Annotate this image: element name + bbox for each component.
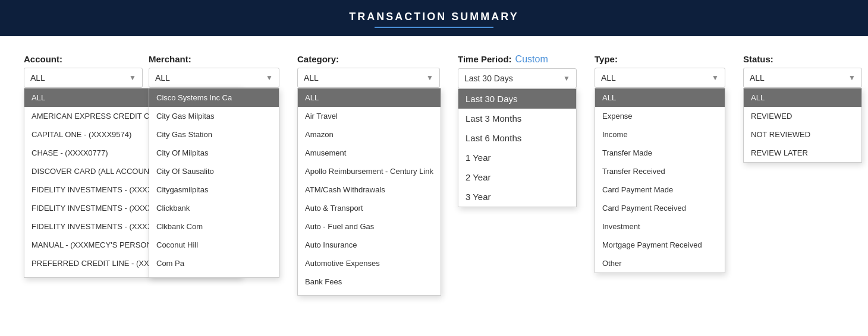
category-chevron-icon: ▼ (426, 74, 433, 82)
page-title: TRANSACTION SUMMARY (0, 11, 868, 23)
account-select[interactable]: ALL ▼ (24, 68, 143, 88)
list-item[interactable]: Amazon (298, 125, 441, 144)
list-item[interactable]: REVIEW LATER (744, 144, 861, 162)
category-select[interactable]: ALL ▼ (297, 68, 440, 88)
list-item[interactable]: Bank Fees (298, 272, 441, 291)
list-item[interactable]: Air Travel (298, 107, 441, 125)
type-chevron-icon: ▼ (712, 74, 719, 82)
timeperiod-label-row: Time Period: Custom (458, 54, 577, 65)
category-dropdown: ALL Air Travel Amazon Amusement Apollo R… (297, 88, 441, 296)
timeperiod-dropdown: Last 30 Days Last 3 Months Last 6 Months… (458, 88, 577, 207)
list-item[interactable]: 1 Year (458, 148, 576, 167)
account-filter-group: Account: ALL ▼ ALL AMERICAN EXPRESS CRED… (24, 54, 131, 88)
list-item[interactable]: City Gas Milpitas (149, 107, 279, 125)
list-item[interactable]: Auto & Transport (298, 199, 441, 217)
list-item[interactable]: Last 6 Months (458, 128, 576, 148)
list-item[interactable]: Cable/Satellite Services (298, 291, 441, 296)
timeperiod-selected-value: Last 30 Days (464, 74, 513, 83)
list-item[interactable]: Investment (595, 217, 725, 236)
merchant-dropdown: Cisco Systems Inc Ca City Gas Milpitas C… (149, 88, 279, 278)
filters-row: Account: ALL ▼ ALL AMERICAN EXPRESS CRED… (24, 54, 844, 88)
type-dropdown: ALL Expense Income Transfer Made Transfe… (595, 88, 725, 273)
type-filter-group: Type: ALL ▼ ALL Expense Income Transfer … (595, 54, 725, 88)
list-item[interactable]: Citygasmilpitas (149, 180, 279, 199)
list-item[interactable]: Card Payment Received (595, 199, 725, 217)
type-select[interactable]: ALL ▼ (595, 68, 725, 88)
header: TRANSACTION SUMMARY (0, 0, 868, 36)
type-label: Type: (595, 54, 725, 64)
account-chevron-icon: ▼ (129, 74, 136, 82)
status-selected-value: ALL (750, 73, 765, 83)
category-selected-value: ALL (304, 73, 319, 83)
list-item[interactable]: Mortgage Payment Received (595, 236, 725, 254)
list-item[interactable]: 2 Year (458, 167, 576, 187)
page-wrapper: TRANSACTION SUMMARY Account: ALL ▼ ALL A… (0, 0, 868, 336)
list-item[interactable]: Transfer Received (595, 162, 725, 180)
status-dropdown: ALL REVIEWED NOT REVIEWED REVIEW LATER (743, 88, 862, 163)
status-label: Status: (743, 54, 862, 64)
list-item[interactable]: City Of Milpitas (149, 144, 279, 162)
list-item[interactable]: Clickbank (149, 199, 279, 217)
timeperiod-select[interactable]: Last 30 Days ▼ (458, 68, 577, 88)
main-content: Account: ALL ▼ ALL AMERICAN EXPRESS CRED… (0, 36, 868, 336)
list-item[interactable]: Automotive Expenses (298, 254, 441, 272)
timeperiod-label: Time Period: (458, 54, 512, 64)
list-item[interactable]: ALL (744, 88, 861, 107)
list-item[interactable]: Apollo Reimbursement - Century Link (298, 162, 441, 180)
list-item[interactable]: NOT REVIEWED (744, 125, 861, 144)
list-item[interactable]: ALL (298, 88, 441, 107)
merchant-select[interactable]: ALL ▼ (149, 68, 279, 88)
list-item[interactable]: Auto Insurance (298, 236, 441, 254)
category-label: Category: (297, 54, 440, 64)
list-item[interactable]: 3 Year (458, 187, 576, 207)
timeperiod-custom-label[interactable]: Custom (515, 54, 548, 65)
list-item[interactable]: Costco Gas (149, 272, 279, 278)
list-item[interactable]: Clkbank Com (149, 217, 279, 236)
status-filter-group: Status: ALL ▼ ALL REVIEWED NOT REVIEWED … (743, 54, 862, 88)
list-item[interactable]: Last 30 Days (458, 89, 576, 109)
list-item[interactable]: Card Payment Made (595, 180, 725, 199)
status-chevron-icon: ▼ (848, 74, 856, 82)
merchant-selected-value: ALL (155, 73, 170, 83)
list-item[interactable]: Cisco Systems Inc Ca (149, 88, 279, 107)
list-item[interactable]: Com Pa (149, 254, 279, 272)
merchant-filter-group: Merchant: ALL ▼ Cisco Systems Inc Ca Cit… (149, 54, 279, 88)
list-item[interactable]: Last 3 Months (458, 109, 576, 128)
timeperiod-filter-group: Time Period: Custom Last 30 Days ▼ Last … (458, 54, 577, 88)
account-label: Account: (24, 54, 131, 64)
list-item[interactable]: Expense (595, 107, 725, 125)
timeperiod-chevron-icon: ▼ (563, 74, 570, 83)
merchant-chevron-icon: ▼ (266, 74, 273, 82)
type-selected-value: ALL (601, 73, 616, 83)
category-filter-group: Category: ALL ▼ ALL Air Travel Amazon Am… (297, 54, 440, 88)
list-item[interactable]: Auto - Fuel and Gas (298, 217, 441, 236)
list-item[interactable]: ATM/Cash Withdrawals (298, 180, 441, 199)
merchant-label: Merchant: (149, 54, 279, 64)
list-item[interactable]: Coconut Hill (149, 236, 279, 254)
list-item[interactable]: REVIEWED (744, 107, 861, 125)
status-select[interactable]: ALL ▼ (743, 68, 862, 88)
list-item[interactable]: Transfer Made (595, 144, 725, 162)
account-selected-value: ALL (30, 73, 45, 83)
header-underline (375, 27, 493, 28)
list-item[interactable]: Amusement (298, 144, 441, 162)
list-item[interactable]: City Of Sausalito (149, 162, 279, 180)
list-item[interactable]: City Gas Station (149, 125, 279, 144)
list-item[interactable]: Income (595, 125, 725, 144)
list-item[interactable]: ALL (595, 88, 725, 107)
list-item[interactable]: Other (595, 254, 725, 272)
